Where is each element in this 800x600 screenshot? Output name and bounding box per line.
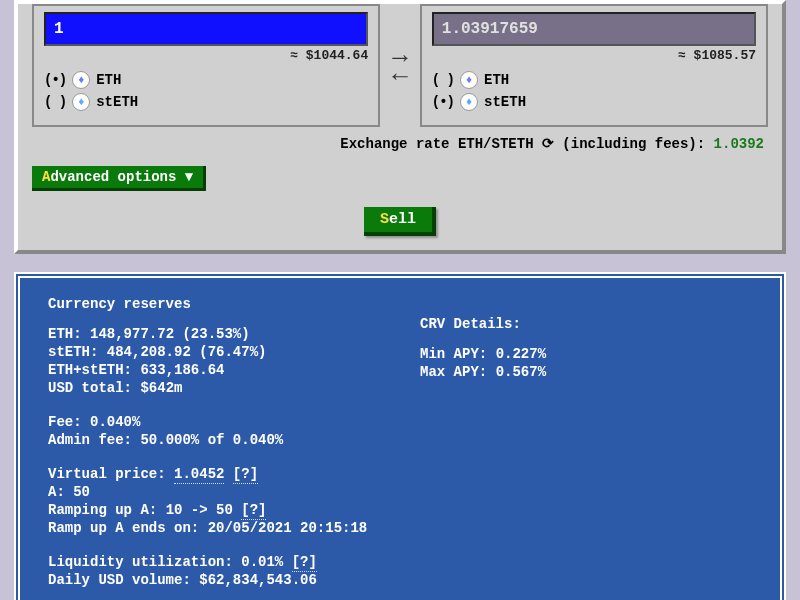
daily-volume-label: Daily USD volume: (48, 572, 199, 588)
radio-unselected-icon: ( ) (44, 94, 66, 110)
a-label: A: (48, 484, 73, 500)
token-label: ETH (484, 72, 509, 88)
reserves-column: Currency reserves ETH: 148,977.72 (23.53… (48, 296, 380, 590)
reserves-panel: Currency reserves ETH: 148,977.72 (23.53… (14, 272, 786, 600)
steth-icon: ♦ (72, 93, 90, 111)
from-token-eth[interactable]: (•) ♦ ETH (44, 71, 368, 89)
virtual-price-value: 1.0452 (174, 466, 224, 484)
advanced-options-button[interactable]: Advanced options ▼ (32, 166, 206, 191)
ramp-end-label: Ramp up A ends on: (48, 520, 208, 536)
sell-button[interactable]: Sell (364, 207, 436, 236)
max-apy-value: 0.567% (496, 364, 546, 380)
ramp-a-label: Ramping up A: (48, 502, 166, 518)
hotkey-letter: S (380, 211, 389, 228)
sum-label: ETH+stETH: (48, 362, 140, 378)
token-label: stETH (484, 94, 526, 110)
max-apy-label: Max APY: (420, 364, 496, 380)
token-label: stETH (96, 94, 138, 110)
rate-prefix: Exchange rate ETH/STETH (340, 136, 542, 152)
ramp-end-value: 20/05/2021 20:15:18 (208, 520, 368, 536)
to-amount-output: 1.03917659 (432, 12, 756, 46)
crv-title: CRV Details: (420, 316, 752, 332)
reserves-title: Currency reserves (48, 296, 380, 312)
steth-icon: ♦ (460, 93, 478, 111)
swap-from-box: ≈ $1044.64 (•) ♦ ETH ( ) ♦ stETH (32, 4, 380, 127)
from-amount-input[interactable] (44, 12, 368, 46)
usd-total-label: USD total: (48, 380, 140, 396)
help-icon[interactable]: [?] (233, 466, 258, 484)
button-label-rest: dvanced options ▼ (50, 169, 193, 185)
crv-column: CRV Details: Min APY: 0.227% Max APY: 0.… (420, 296, 752, 590)
swap-direction-icon[interactable]: →← (392, 45, 408, 85)
token-label: ETH (96, 72, 121, 88)
eth-label: ETH: (48, 326, 90, 342)
button-label-rest: ell (389, 211, 416, 228)
eth-value: 148,977.72 (23.53%) (90, 326, 250, 342)
to-usd-approx: ≈ $1085.57 (432, 48, 756, 63)
swap-panel: ≈ $1044.64 (•) ♦ ETH ( ) ♦ stETH →← 1.03… (14, 0, 786, 254)
virtual-price-label: Virtual price: (48, 466, 174, 482)
refresh-icon[interactable]: ⟳ (542, 135, 554, 152)
sum-value: 633,186.64 (140, 362, 224, 378)
fee-value: 0.040% (90, 414, 140, 430)
usd-total-value: $642m (140, 380, 182, 396)
to-token-steth[interactable]: (•) ♦ stETH (432, 93, 756, 111)
eth-icon: ♦ (72, 71, 90, 89)
exchange-rate-line: Exchange rate ETH/STETH ⟳ (including fee… (32, 135, 764, 152)
liquidity-util-label: Liquidity utilization: (48, 554, 241, 570)
steth-value: 484,208.92 (76.47%) (107, 344, 267, 360)
daily-volume-value: $62,834,543.06 (199, 572, 317, 588)
min-apy-label: Min APY: (420, 346, 496, 362)
a-value: 50 (73, 484, 90, 500)
to-token-eth[interactable]: ( ) ♦ ETH (432, 71, 756, 89)
rate-suffix: (including fees): (554, 136, 714, 152)
radio-selected-icon: (•) (44, 72, 66, 88)
radio-selected-icon: (•) (432, 94, 454, 110)
swap-row: ≈ $1044.64 (•) ♦ ETH ( ) ♦ stETH →← 1.03… (32, 4, 768, 127)
min-apy-value: 0.227% (496, 346, 546, 362)
radio-unselected-icon: ( ) (432, 72, 454, 88)
fee-label: Fee: (48, 414, 90, 430)
from-token-steth[interactable]: ( ) ♦ stETH (44, 93, 368, 111)
admin-fee-value: 50.000% of 0.040% (140, 432, 283, 448)
ramp-a-value: 10 -> 50 (166, 502, 242, 518)
help-icon[interactable]: [?] (241, 502, 266, 520)
liquidity-util-value: 0.01% (241, 554, 291, 570)
rate-value: 1.0392 (714, 136, 764, 152)
from-usd-approx: ≈ $1044.64 (44, 48, 368, 63)
swap-to-box: 1.03917659 ≈ $1085.57 ( ) ♦ ETH (•) ♦ st… (420, 4, 768, 127)
steth-label: stETH: (48, 344, 107, 360)
eth-icon: ♦ (460, 71, 478, 89)
admin-fee-label: Admin fee: (48, 432, 140, 448)
help-icon[interactable]: [?] (292, 554, 317, 572)
